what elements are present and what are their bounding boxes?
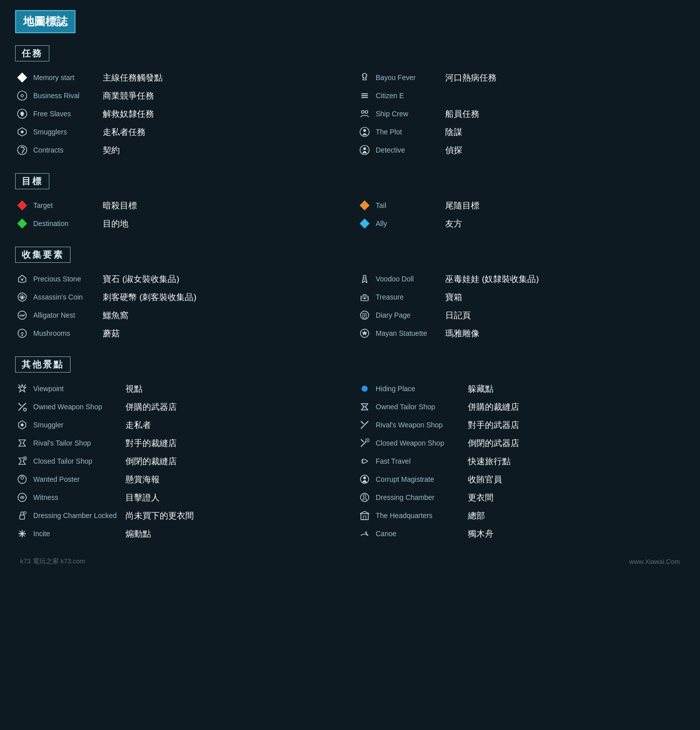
viewpoint-icon — [15, 382, 29, 396]
list-item: Citizen E — [358, 87, 685, 105]
rivals-weapon-shop-icon — [358, 418, 372, 432]
landmarks-section: 其他景點 Viewpoint 視點 — [15, 356, 685, 543]
svg-point-11 — [362, 111, 365, 114]
dressing-chamber-locked-icon — [15, 508, 29, 523]
smuggler-landmark-icon — [15, 418, 29, 432]
svg-line-34 — [19, 403, 22, 406]
list-item: Owned Tailor Shop 併購的裁縫店 — [358, 398, 685, 416]
headquarters-icon — [358, 508, 372, 523]
list-item: Fast Travel 快速旅行點 — [358, 452, 685, 470]
svg-point-5 — [362, 74, 367, 78]
svg-point-6 — [363, 75, 364, 76]
svg-point-16 — [363, 148, 366, 151]
list-item: Hiding Place 躲藏點 — [358, 380, 685, 398]
missions-left-col: Memory start 主線任務觸發點 Business Rival 商業競爭… — [15, 68, 342, 159]
svg-point-12 — [365, 111, 368, 114]
missions-header: 任務 — [15, 45, 49, 61]
list-item: Tail 尾隨目標 — [358, 196, 685, 214]
targets-header: 目標 — [15, 173, 49, 189]
svg-rect-43 — [20, 515, 24, 519]
list-item: Closed Weapon Shop 倒閉的武器店 — [358, 434, 685, 452]
list-item: Precious Stone 寶石 (淑女裝收集品) — [15, 270, 342, 288]
citizen-e-icon — [358, 89, 372, 103]
svg-point-17 — [21, 279, 23, 281]
list-item: Detective 偵探 — [358, 141, 685, 159]
watermark-right: www.Xiawai.Com — [629, 558, 680, 565]
owned-tailor-shop-icon — [358, 400, 372, 414]
incite-icon — [15, 527, 29, 541]
svg-point-58 — [363, 495, 366, 498]
svg-point-56 — [363, 477, 366, 480]
landmarks-grid: Viewpoint 視點 Owned Weapon Shop 併購的武器店 — [15, 380, 685, 543]
list-item: Wanted Poster 懸賞海報 — [15, 470, 342, 488]
the-plot-icon — [358, 125, 372, 139]
list-item: Rival's Tailor Shop 對手的裁縫店 — [15, 434, 342, 452]
free-slaves-icon — [15, 107, 29, 121]
list-item: Dressing Chamber Locked 尚未買下的更衣間 — [15, 506, 342, 525]
list-item: Corrupt Magistrate 收賄官員 — [358, 470, 685, 488]
page-title: 地圖標誌 — [15, 10, 76, 33]
voodoo-doll-icon — [358, 272, 372, 286]
collectibles-grid: Precious Stone 寶石 (淑女裝收集品) Assassin's Co… — [15, 270, 685, 342]
list-item: Incite 煽動點 — [15, 525, 342, 543]
assassins-coin-icon — [15, 290, 29, 304]
svg-line-50 — [361, 421, 364, 424]
page-title-banner: 地圖標誌 — [15, 10, 685, 45]
list-item: Owned Weapon Shop 併購的武器店 — [15, 398, 342, 416]
watermark: k73 電玩之家 k73.com www.Xiawai.Com — [15, 557, 685, 566]
witness-icon — [15, 490, 29, 504]
corrupt-magistrate-icon — [358, 472, 372, 486]
collectibles-header: 收集要素 — [15, 247, 71, 263]
targets-left-col: Target 暗殺目標 Destination 目的地 — [15, 196, 342, 233]
missions-grid: Memory start 主線任務觸發點 Business Rival 商業競爭… — [15, 68, 685, 159]
list-item: Assassin's Coin 刺客硬幣 (刺客裝收集品) — [15, 288, 342, 306]
svg-point-24 — [363, 275, 366, 278]
svg-point-21 — [18, 329, 27, 338]
list-item: Smuggler 走私者 — [15, 416, 342, 434]
list-item: Ship Crew 船員任務 — [358, 105, 685, 123]
list-item: Closed Tailor Shop 倒閉的裁縫店 — [15, 452, 342, 470]
contracts-icon — [15, 143, 29, 157]
closed-weapon-shop-icon — [358, 436, 372, 450]
list-item: Canoe 獨木舟 — [358, 525, 685, 543]
list-item: The Plot 陰謀 — [358, 123, 685, 141]
destination-icon — [15, 216, 29, 231]
owned-weapon-shop-icon — [15, 400, 29, 414]
watermark-left: k73 電玩之家 k73.com — [20, 557, 85, 566]
missions-section: 任務 Memory start 主線任務觸發點 — [15, 45, 685, 159]
collectibles-left-col: Precious Stone 寶石 (淑女裝收集品) Assassin's Co… — [15, 270, 342, 342]
collectibles-right-col: Voodoo Doll 巫毒娃娃 (奴隸裝收集品) Treasure 寶箱 — [358, 270, 685, 342]
svg-point-14 — [363, 129, 366, 132]
list-item: Rival's Weapon Shop 對手的武器店 — [358, 416, 685, 434]
svg-rect-59 — [361, 514, 369, 520]
list-item: Alligator Nest 鱷魚窩 — [15, 306, 342, 324]
svg-line-52 — [361, 440, 364, 443]
list-item: Smugglers 走私者任務 — [15, 123, 342, 141]
list-item: Business Rival 商業競爭任務 — [15, 87, 342, 105]
dressing-chamber-icon — [358, 490, 372, 504]
landmarks-header: 其他景點 — [15, 356, 71, 373]
target-icon — [15, 198, 29, 212]
list-item: Free Slaves 解救奴隸任務 — [15, 105, 342, 123]
list-item: Diary Page 日記頁 — [358, 306, 685, 324]
closed-tailor-shop-icon — [15, 454, 29, 468]
list-item: Ally 友方 — [358, 214, 685, 233]
treasure-icon — [358, 290, 372, 304]
alligator-nest-icon — [15, 308, 29, 322]
list-item: Memory start 主線任務觸發點 — [15, 68, 342, 87]
svg-point-35 — [24, 408, 27, 411]
list-item: The Headquarters 總部 — [358, 506, 685, 525]
svg-point-1 — [21, 95, 23, 97]
mushrooms-icon — [15, 326, 29, 340]
svg-point-27 — [364, 298, 366, 300]
fast-travel-icon — [358, 454, 372, 468]
canoe-icon — [358, 527, 372, 541]
diary-page-icon — [358, 308, 372, 322]
list-item: Voodoo Doll 巫毒娃娃 (奴隸裝收集品) — [358, 270, 685, 288]
precious-stone-icon — [15, 272, 29, 286]
svg-point-38 — [21, 477, 24, 480]
ally-icon — [358, 216, 372, 231]
wanted-poster-icon — [15, 472, 29, 486]
svg-rect-60 — [363, 516, 366, 520]
list-item: Bayou Fever 河口熱病任務 — [358, 68, 685, 87]
